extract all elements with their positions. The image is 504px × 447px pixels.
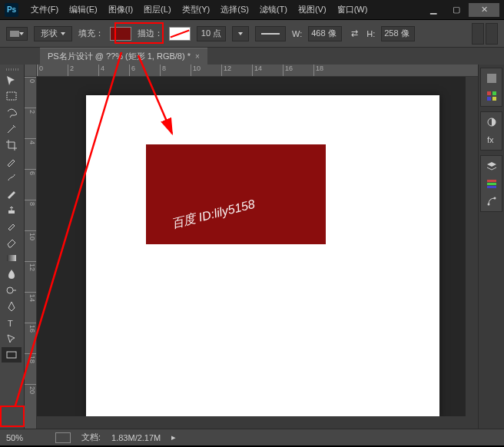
width-label: W: (292, 29, 302, 38)
minimize-button[interactable]: ▁ (423, 3, 444, 17)
height-label: H: (366, 29, 375, 38)
menu-file[interactable]: 文件(F) (26, 2, 63, 18)
lasso-tool[interactable] (2, 105, 22, 121)
toolbox: T (0, 65, 25, 429)
menu-select[interactable]: 选择(S) (216, 2, 254, 18)
menu-view[interactable]: 视图(V) (293, 2, 331, 18)
svg-rect-10 (492, 97, 496, 101)
svg-rect-13 (487, 180, 496, 182)
chevron-down-icon (19, 32, 24, 35)
svg-rect-8 (492, 91, 496, 95)
width-input[interactable]: 468 像 (308, 26, 342, 41)
close-tab-icon[interactable]: × (195, 52, 200, 61)
path-options-button[interactable] (486, 23, 498, 45)
crop-tool[interactable] (2, 137, 22, 153)
docsize-value: 1.83M/2.17M (111, 433, 161, 442)
pen-tool[interactable] (2, 299, 22, 314)
svg-rect-5 (7, 352, 16, 358)
scrollbar-horizontal[interactable] (37, 416, 466, 429)
align-edges-button[interactable] (472, 23, 484, 45)
stroke-width-input[interactable]: 10 点 (197, 26, 226, 41)
svg-rect-15 (487, 186, 496, 188)
status-flyout-icon[interactable]: ▸ (171, 432, 176, 442)
path-selection-tool[interactable] (2, 331, 22, 346)
close-button[interactable]: ✕ (469, 3, 499, 17)
docsize-label: 文档: (81, 432, 101, 443)
healing-brush-tool[interactable] (2, 170, 22, 185)
move-tool[interactable] (2, 73, 22, 88)
stroke-width-stepper[interactable] (232, 26, 249, 41)
toolbox-grip[interactable] (2, 66, 22, 72)
magic-wand-tool[interactable] (2, 121, 22, 137)
document-tab-title: PS名片设计 @ ??% (矩形 1, RGB/8) * (48, 51, 191, 62)
menu-filter[interactable]: 滤镜(T) (255, 2, 292, 18)
styles-panel-icon[interactable]: fx (482, 132, 501, 147)
shape-mode-select[interactable]: 形状 (34, 26, 72, 41)
history-brush-tool[interactable] (2, 218, 22, 233)
maximize-button[interactable]: ▢ (446, 3, 467, 17)
right-panel-dock: fx (478, 65, 504, 429)
clone-stamp-tool[interactable] (2, 202, 22, 217)
workspace: T 024681012141618 02468101214161820 百度 I… (0, 65, 504, 429)
dodge-tool[interactable] (2, 283, 22, 298)
menubar: 文件(F) 编辑(E) 图像(I) 图层(L) 类型(Y) 选择(S) 滤镜(T… (26, 2, 372, 18)
menu-edit[interactable]: 编辑(E) (65, 2, 102, 18)
tool-preset-picker[interactable] (6, 27, 28, 41)
chevron-down-icon (238, 32, 243, 35)
canvas-document[interactable]: 百度 ID:lily5158 (86, 95, 439, 418)
canvas-area: 024681012141618 02468101214161820 百度 ID:… (25, 65, 478, 429)
svg-rect-7 (487, 91, 491, 95)
ruler-vertical[interactable]: 02468101214161820 (25, 77, 37, 429)
shape-mode-label: 形状 (41, 28, 58, 39)
rectangle-tool[interactable] (2, 347, 22, 363)
color-panel-icon[interactable] (482, 71, 501, 86)
status-bar: 50% 文档: 1.83M/2.17M ▸ (0, 429, 504, 445)
preview-icon[interactable] (55, 432, 71, 443)
svg-rect-9 (487, 97, 491, 101)
channels-panel-icon[interactable] (482, 176, 501, 191)
svg-rect-2 (7, 255, 16, 261)
chevron-down-icon (61, 32, 65, 35)
stroke-style-select[interactable] (255, 26, 286, 41)
marquee-tool[interactable] (2, 89, 22, 104)
layers-panel-icon[interactable] (482, 158, 501, 174)
menu-image[interactable]: 图像(I) (104, 2, 138, 18)
app-logo: Ps (5, 3, 18, 17)
document-tabbar: PS名片设计 @ ??% (矩形 1, RGB/8) * × (0, 48, 504, 65)
zoom-level[interactable]: 50% (6, 433, 45, 442)
menu-layer[interactable]: 图层(L) (139, 2, 175, 18)
link-dimensions-icon[interactable]: ⇄ (348, 28, 360, 40)
svg-rect-0 (7, 92, 16, 100)
paths-panel-icon[interactable] (482, 194, 501, 209)
blur-tool[interactable] (2, 267, 22, 282)
eyedropper-tool[interactable] (2, 154, 22, 169)
svg-rect-14 (487, 183, 496, 185)
menu-type[interactable]: 类型(Y) (177, 2, 215, 18)
svg-text:fx: fx (487, 135, 494, 144)
brush-tool[interactable] (2, 186, 22, 201)
type-tool[interactable]: T (2, 315, 22, 330)
gradient-tool[interactable] (2, 250, 22, 266)
svg-point-3 (7, 287, 13, 293)
ruler-origin[interactable] (25, 65, 37, 77)
fill-color-swatch[interactable] (110, 27, 131, 41)
svg-rect-6 (487, 74, 496, 83)
scrollbar-vertical[interactable] (466, 77, 478, 429)
adjustments-panel-icon[interactable] (482, 114, 501, 130)
swatches-panel-icon[interactable] (482, 88, 501, 104)
eraser-tool[interactable] (2, 234, 22, 250)
document-tab[interactable]: PS名片设计 @ ??% (矩形 1, RGB/8) * × (40, 48, 207, 65)
fill-label: 填充： (78, 28, 104, 39)
titlebar: Ps 文件(F) 编辑(E) 图像(I) 图层(L) 类型(Y) 选择(S) 滤… (0, 0, 504, 20)
window-controls: ▁ ▢ ✕ (423, 3, 499, 17)
stroke-color-swatch[interactable] (169, 27, 191, 41)
menu-window[interactable]: 窗口(W) (333, 2, 373, 18)
svg-rect-1 (8, 210, 15, 214)
options-bar: 形状 填充： 描边： 10 点 W: 468 像 ⇄ H: 258 像 (0, 20, 504, 48)
svg-text:T: T (8, 319, 13, 328)
stroke-label: 描边： (138, 28, 163, 39)
ruler-horizontal[interactable]: 024681012141618 (37, 65, 478, 77)
height-input[interactable]: 258 像 (381, 26, 415, 41)
